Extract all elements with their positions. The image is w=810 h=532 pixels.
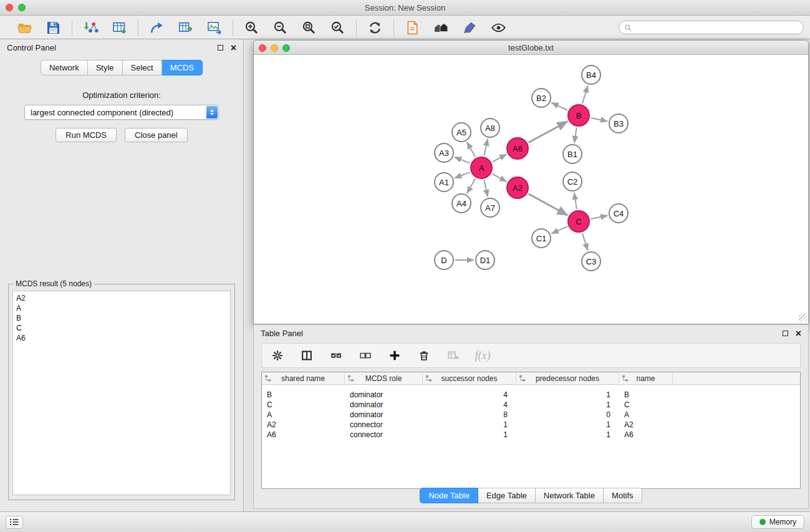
select-all-rows-icon[interactable] — [329, 348, 344, 363]
network-window-titlebar[interactable]: testGlobe.txt — [254, 41, 808, 55]
graph-node-B4[interactable]: B4 — [581, 65, 601, 85]
close-panel-icon[interactable]: × — [231, 44, 236, 52]
close-table-panel-icon[interactable]: × — [796, 330, 801, 337]
graph-edge-C-C1[interactable] — [551, 226, 567, 233]
deselect-all-rows-icon[interactable] — [358, 348, 373, 363]
mcds-result-item[interactable]: A6 — [16, 333, 227, 343]
graph-edge-C-C3[interactable] — [582, 233, 588, 251]
zoom-out-icon[interactable] — [271, 19, 289, 37]
graph-edge-A2-C[interactable] — [529, 194, 568, 216]
graph-node-A2[interactable]: A2 — [506, 177, 529, 199]
graph-edge-A-A2[interactable] — [493, 174, 507, 182]
delete-rows-icon[interactable] — [417, 348, 432, 363]
float-panel-icon[interactable] — [218, 45, 223, 51]
mcds-result-list[interactable]: A2ABCA6 — [12, 291, 231, 495]
tab-network[interactable]: Network — [41, 60, 88, 75]
mcds-result-item[interactable]: A — [16, 303, 227, 313]
graph-edge-C-C2[interactable] — [574, 193, 577, 209]
table-row[interactable]: Cdominator41C — [262, 400, 800, 410]
network-close-button[interactable] — [259, 44, 266, 52]
graph-node-A6[interactable]: A6 — [506, 137, 529, 160]
graph-edge-C-C4[interactable] — [591, 216, 608, 219]
close-window-button[interactable] — [6, 4, 13, 11]
export-table-icon[interactable] — [176, 19, 195, 37]
save-session-icon[interactable] — [44, 19, 62, 37]
mcds-result-item[interactable]: B — [16, 313, 227, 323]
refresh-layout-icon[interactable] — [366, 19, 384, 37]
network-minimize-button[interactable] — [271, 44, 278, 52]
graph-node-C[interactable]: C — [567, 210, 590, 233]
graph-edge-A-A3[interactable] — [455, 157, 470, 163]
zoom-fit-content-icon[interactable] — [300, 19, 318, 37]
graph-node-C3[interactable]: C3 — [581, 251, 601, 271]
column-header-name[interactable]: name — [619, 372, 673, 384]
graph-edge-B-B4[interactable] — [582, 85, 588, 104]
export-network-icon[interactable] — [148, 19, 166, 37]
open-document-icon[interactable] — [403, 19, 422, 37]
column-header-mcds-role[interactable]: MCDS role — [345, 372, 423, 384]
graph-node-B3[interactable]: B3 — [609, 114, 629, 133]
graph-node-B[interactable]: B — [567, 104, 590, 127]
tab-style[interactable]: Style — [88, 60, 123, 75]
graph-node-D[interactable]: D — [434, 250, 454, 270]
resize-grip-icon[interactable] — [799, 314, 807, 322]
graph-edge-B-B1[interactable] — [574, 128, 577, 143]
table-settings-gear-icon[interactable] — [270, 348, 285, 363]
graph-node-A1[interactable]: A1 — [434, 172, 454, 192]
table-tab-edge-table[interactable]: Edge Table — [478, 488, 536, 503]
graph-edge-B-B2[interactable] — [551, 103, 567, 110]
graph-edge-A6-B[interactable] — [529, 122, 568, 143]
export-image-icon[interactable] — [205, 19, 223, 37]
open-session-icon[interactable] — [16, 19, 34, 37]
zoom-window-button[interactable] — [18, 4, 26, 11]
close-panel-button[interactable]: Close panel — [125, 128, 188, 142]
graph-edge-A-A4[interactable] — [467, 178, 475, 193]
graph-node-A8[interactable]: A8 — [480, 118, 500, 138]
graph-node-C1[interactable]: C1 — [531, 228, 551, 248]
optimization-criterion-select[interactable]: largest connected component (directed) — [24, 105, 219, 120]
graph-node-D1[interactable]: D1 — [475, 250, 495, 270]
mcds-result-item[interactable]: C — [16, 323, 227, 333]
table-tab-node-table[interactable]: Node Table — [420, 488, 478, 503]
zoom-selected-icon[interactable] — [329, 19, 347, 37]
tab-mcds[interactable]: MCDS — [162, 60, 203, 75]
graph-node-B2[interactable]: B2 — [531, 88, 551, 108]
column-header-shared-name[interactable]: shared name — [262, 372, 345, 384]
zoom-in-icon[interactable] — [243, 19, 261, 37]
search-box[interactable] — [619, 21, 804, 34]
table-row[interactable]: A6connector11A6 — [262, 430, 800, 440]
graph-node-A3[interactable]: A3 — [434, 143, 454, 163]
graph-node-A4[interactable]: A4 — [451, 193, 471, 213]
graph-node-C4[interactable]: C4 — [609, 203, 629, 223]
network-canvas[interactable]: B4B2BB3B1A5A8A6A3AA1A2C2A4A7C4CC1C3DD1 — [254, 55, 808, 323]
table-row[interactable]: A2connector11A2 — [262, 420, 800, 430]
import-network-from-file-icon[interactable] — [82, 19, 100, 37]
column-header-predecessor-nodes[interactable]: predecessor nodes — [516, 372, 619, 384]
graph-edge-A-A8[interactable] — [484, 139, 488, 156]
graph-edge-A-A5[interactable] — [467, 142, 475, 157]
memory-button[interactable]: Memory — [751, 515, 804, 529]
search-input[interactable] — [635, 23, 798, 32]
run-mcds-button[interactable]: Run MCDS — [55, 128, 117, 142]
table-row[interactable]: Bdominator41B — [262, 390, 800, 400]
graph-node-A[interactable]: A — [470, 157, 493, 179]
graph-node-C2[interactable]: C2 — [562, 172, 582, 191]
table-row[interactable]: Adominator80A — [262, 410, 800, 420]
table-tab-network-table[interactable]: Network Table — [536, 488, 604, 503]
graph-edge-A-A7[interactable] — [484, 180, 488, 197]
show-hide-eye-icon[interactable] — [489, 19, 508, 37]
add-column-icon[interactable] — [387, 348, 402, 363]
graph-edge-A-A1[interactable] — [455, 172, 470, 178]
float-table-panel-icon[interactable] — [783, 331, 788, 336]
mcds-result-item[interactable]: A2 — [16, 293, 227, 303]
table-tab-motifs[interactable]: Motifs — [604, 488, 642, 503]
network-zoom-button[interactable] — [282, 44, 290, 52]
menu-list-button[interactable] — [6, 516, 23, 529]
paint-style-icon[interactable] — [461, 19, 479, 37]
import-table-from-file-icon[interactable] — [110, 19, 128, 37]
graph-node-A7[interactable]: A7 — [480, 198, 500, 218]
show-columns-icon[interactable] — [299, 348, 314, 363]
column-header-successor-nodes[interactable]: successor nodes — [423, 372, 516, 384]
graph-edge-B-B3[interactable] — [591, 118, 608, 121]
show-networks-home-icon[interactable] — [432, 19, 450, 37]
